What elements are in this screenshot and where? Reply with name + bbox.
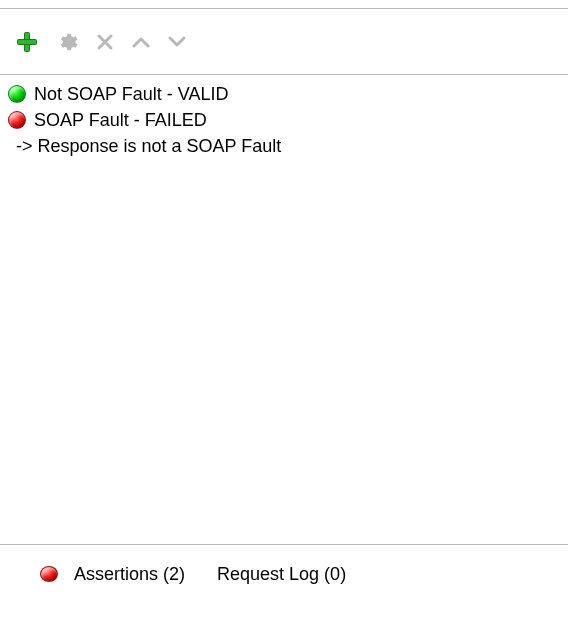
assertion-item[interactable]: Not SOAP Fault - VALID	[8, 81, 560, 107]
x-icon	[96, 33, 114, 51]
assertion-item[interactable]: SOAP Fault - FAILED	[8, 107, 560, 133]
status-dot-valid	[8, 85, 26, 103]
top-divider	[0, 0, 568, 9]
assertion-list-pane: Not SOAP Fault - VALID SOAP Fault - FAIL…	[0, 75, 568, 545]
bottom-tab-bar: Assertions (2) Request Log (0)	[0, 545, 568, 603]
chevron-down-icon	[168, 35, 186, 49]
move-down-button[interactable]	[168, 35, 186, 49]
svg-rect-1	[18, 39, 37, 44]
tab-label: Request Log (0)	[217, 564, 346, 585]
tab-request-log[interactable]: Request Log (0)	[217, 564, 346, 585]
move-up-button[interactable]	[132, 35, 150, 49]
assertion-message: -> Response is not a SOAP Fault	[8, 133, 560, 159]
tab-assertions[interactable]: Assertions (2)	[40, 564, 185, 585]
gear-icon	[56, 31, 78, 53]
chevron-up-icon	[132, 35, 150, 49]
plus-icon	[16, 31, 38, 53]
status-dot-failed	[8, 111, 26, 129]
toolbar	[0, 9, 568, 75]
settings-button[interactable]	[56, 31, 78, 53]
status-dot-failed	[40, 566, 58, 582]
remove-assertion-button[interactable]	[96, 33, 114, 51]
assertion-message-text: -> Response is not a SOAP Fault	[16, 136, 281, 156]
add-assertion-button[interactable]	[16, 31, 38, 53]
assertion-item-label: Not SOAP Fault - VALID	[34, 81, 228, 107]
assertion-item-label: SOAP Fault - FAILED	[34, 107, 207, 133]
tab-label: Assertions (2)	[74, 564, 185, 585]
